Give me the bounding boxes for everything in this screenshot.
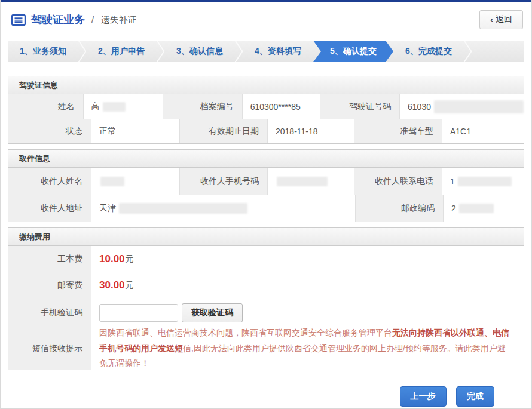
pickup-info-section: 取件信息 收件人姓名 收件人手机号码 收件人联系电话 1 收件人地址 天津 邮政… xyxy=(8,149,524,222)
work-fee-label: 工本费 xyxy=(8,246,91,272)
sms-code-input[interactable] xyxy=(99,304,178,322)
payment-section-title: 缴纳费用 xyxy=(8,228,524,246)
work-fee-value: 10.00 元 xyxy=(91,246,524,272)
status-label: 状态 xyxy=(8,119,91,143)
license-section-title: 驾驶证信息 xyxy=(8,76,524,94)
name-value: 高 xyxy=(83,94,163,119)
get-code-button[interactable]: 获取验证码 xyxy=(182,303,243,322)
back-button-label: 返回 xyxy=(496,14,512,25)
step-tab-1[interactable]: 1、业务须知 xyxy=(8,41,78,62)
license-number-value: 61030 xyxy=(399,94,524,119)
redacted-postal-code xyxy=(459,204,494,213)
postage-fee-amount: 30.00 xyxy=(99,279,125,291)
step-tab-3[interactable]: 3、确认信息 xyxy=(164,41,235,62)
recipient-address-value: 天津 xyxy=(91,195,355,222)
postage-fee-unit: 元 xyxy=(126,280,134,291)
step-separator-icon xyxy=(157,41,164,62)
sms-code-cell: 获取验证码 xyxy=(91,299,524,327)
sms-code-label: 手机验证码 xyxy=(8,299,91,327)
step-tab-4[interactable]: 4、资料填写 xyxy=(243,41,313,62)
sms-notice-text: 因陕西省联通、电信运营商技术问题，陕西省互联网交通安全综合服务管理平台无法向持陕… xyxy=(99,325,513,372)
sms-notice-cell: 因陕西省联通、电信运营商技术问题，陕西省互联网交通安全综合服务管理平台无法向持陕… xyxy=(91,327,524,370)
step-separator-icon xyxy=(235,41,243,62)
redacted-recipient-name xyxy=(100,177,124,186)
postal-code-label: 邮政编码 xyxy=(355,195,443,222)
recipient-mobile-value xyxy=(267,168,354,195)
finish-button[interactable]: 完成 xyxy=(456,386,494,407)
table-row: 收件人姓名 收件人手机号码 收件人联系电话 1 xyxy=(8,168,524,195)
redacted-recipient-mobile xyxy=(277,177,328,186)
redacted-license-number xyxy=(434,100,524,113)
postage-fee-value: 30.00 元 xyxy=(91,272,524,299)
page-title: 驾驶证业务 xyxy=(31,13,85,27)
table-row: 工本费 10.00 元 xyxy=(8,246,524,272)
expiry-date-value: 2018-11-18 xyxy=(267,119,354,143)
vehicle-class-label: 准驾车型 xyxy=(354,119,442,143)
recipient-name-label: 收件人姓名 xyxy=(8,168,91,195)
license-list-icon xyxy=(11,14,26,26)
expiry-date-label: 有效期止日期 xyxy=(179,119,267,143)
postal-code-value: 2 xyxy=(443,195,524,222)
back-button[interactable]: ‹ 返回 xyxy=(479,10,523,29)
status-value: 正常 xyxy=(91,119,179,143)
sms-notice-label: 短信接收提示 xyxy=(8,327,91,370)
table-row: 收件人地址 天津 邮政编码 2 xyxy=(8,195,524,222)
breadcrumb-divider: / xyxy=(91,14,94,25)
redacted-recipient-address xyxy=(119,203,247,214)
recipient-mobile-label: 收件人手机号码 xyxy=(179,168,267,195)
footer-actions: 上一步 完成 xyxy=(1,386,494,407)
table-row: 手机验证码 获取验证码 xyxy=(8,299,524,327)
file-number-label: 档案编号 xyxy=(163,94,242,119)
step-separator-icon xyxy=(78,41,86,62)
work-fee-amount: 10.00 xyxy=(99,253,125,265)
step-tab-6[interactable]: 6、完成提交 xyxy=(393,41,464,62)
step-progress-bar: 1、业务须知 2、用户申告 3、确认信息 4、资料填写 5、确认提交 6、完成提… xyxy=(8,41,524,62)
recipient-address-label: 收件人地址 xyxy=(8,195,91,222)
recipient-name-value xyxy=(91,168,179,195)
file-number-value: 610300****85 xyxy=(242,94,320,119)
step-tab-5-active[interactable]: 5、确认提交 xyxy=(313,41,393,62)
license-info-section: 驾驶证信息 姓名 高 档案编号 610300****85 驾驶证号码 61030… xyxy=(8,76,524,144)
previous-step-button[interactable]: 上一步 xyxy=(400,386,447,407)
table-row: 状态 正常 有效期止日期 2018-11-18 准驾车型 A1C1 xyxy=(8,119,524,143)
vehicle-class-value: A1C1 xyxy=(442,119,524,143)
step-separator-icon xyxy=(464,41,472,62)
back-chevron-icon: ‹ xyxy=(490,15,493,24)
page-header: 驾驶证业务 / 遗失补证 ‹ 返回 xyxy=(1,2,531,37)
breadcrumb-current: 遗失补证 xyxy=(100,14,136,26)
table-row: 姓名 高 档案编号 610300****85 驾驶证号码 61030 xyxy=(8,94,524,119)
recipient-tel-label: 收件人联系电话 xyxy=(354,168,442,195)
postage-fee-label: 邮寄费 xyxy=(8,272,91,299)
payment-section: 缴纳费用 工本费 10.00 元 邮寄费 30.00 元 手机验证码 获取验证码… xyxy=(8,227,524,370)
step-tab-2[interactable]: 2、用户申告 xyxy=(86,41,157,62)
work-fee-unit: 元 xyxy=(126,254,134,265)
name-label: 姓名 xyxy=(8,94,83,119)
redacted-name xyxy=(103,102,126,112)
license-number-label: 驾驶证号码 xyxy=(320,94,399,119)
table-row: 短信接收提示 因陕西省联通、电信运营商技术问题，陕西省互联网交通安全综合服务管理… xyxy=(8,327,524,370)
table-row: 邮寄费 30.00 元 xyxy=(8,272,524,299)
redacted-recipient-tel xyxy=(458,177,512,186)
pickup-section-title: 取件信息 xyxy=(8,150,524,168)
recipient-tel-value: 1 xyxy=(442,168,524,195)
